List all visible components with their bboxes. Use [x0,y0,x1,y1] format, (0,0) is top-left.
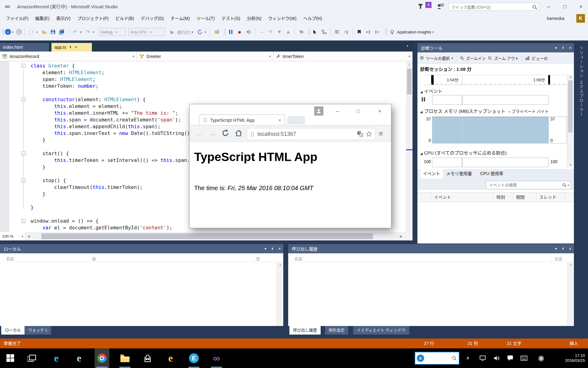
signed-in-user[interactable]: kameoka [547,13,564,23]
select-tools-button[interactable]: ツールの選択 [426,55,450,61]
volume-icon[interactable] [494,355,500,361]
close-tab-icon[interactable]: × [278,117,281,123]
window-position-dropdown[interactable]: ▾ [555,247,557,251]
user-avatar[interactable]: K [576,14,585,23]
tab-locals[interactable]: ローカル [1,326,24,335]
new-tab-button[interactable] [288,116,305,124]
cpu-section-header[interactable]: ◢CPU (すべてのプロセッサに占める割合) [420,149,507,156]
menu-item[interactable]: 編集(E) [32,13,53,23]
quick-launch-box[interactable] [449,3,539,11]
expander-icon[interactable]: ◢ [420,152,423,155]
menu-item[interactable]: チーム(M) [167,13,193,23]
events-track-segment[interactable] [432,95,462,105]
window-position-dropdown[interactable]: ▾ [555,46,557,50]
stop-debugging-button[interactable]: ■ [236,28,243,36]
scroll-down-icon[interactable]: ▼ [567,163,574,167]
visual-studio-taskbar-icon[interactable]: ∞ [209,348,224,368]
redo-dropdown[interactable]: ▾ [93,30,96,34]
navigate-forward-button[interactable]: → [16,29,22,35]
browser-minimize-button[interactable]: – [333,107,342,115]
diagnostic-tools-title-bar[interactable]: 診断ツール ▾ × [417,43,574,52]
toolbar-grip[interactable] [308,29,310,35]
show-next-statement-button[interactable]: → [258,28,266,36]
taskbar-clock[interactable]: 17:10 2016/03/25 [554,351,585,363]
step-into-button[interactable]: ▼ [275,28,283,36]
task-view-button[interactable] [24,348,39,368]
open-file-button[interactable] [40,28,48,36]
ime-keyboard-icon[interactable] [521,355,527,361]
menu-item[interactable]: ウィンドウ(W) [265,13,300,23]
editor-horizontal-scrollbar-thumb[interactable] [41,233,373,239]
call-stack-title-bar[interactable]: 呼び出し履歴 ▾ × [288,244,574,253]
comment-lines-icon[interactable] [333,28,341,36]
undo-dropdown[interactable]: ▾ [80,30,83,34]
events-track-segment[interactable] [462,95,548,105]
tab-immediate-window[interactable]: イミディエイト ウィンドウ [353,326,409,335]
pin-icon[interactable] [561,46,565,50]
previous-bookmark-icon[interactable] [364,28,372,36]
navigate-back-dropdown[interactable]: ▾ [12,30,15,34]
scroll-right-button[interactable]: ▶ [400,232,402,240]
column-header-language[interactable]: 言語 [554,256,562,262]
column-separator[interactable] [254,254,254,261]
editor-zoom-dropdown[interactable]: 100 % ▾ [0,232,26,240]
browser-home-button[interactable] [235,129,242,137]
tab-exception-settings[interactable]: 例外設定 [325,326,348,335]
tab-app-ts[interactable]: app.ts × [51,43,92,52]
zoom-out-icon[interactable] [488,56,492,60]
notification-chat-icon[interactable] [507,355,513,361]
table-header-blank[interactable] [417,192,431,202]
window-minimize-button[interactable]: – [541,0,556,13]
fold-toggle-icon[interactable]: − [21,64,25,68]
new-file-button[interactable] [27,28,35,36]
scroll-left-button[interactable]: ◀ [28,232,30,240]
search-icon[interactable] [532,4,537,10]
zoom-out-button[interactable]: ズーム アウト [494,55,519,61]
page-icon[interactable] [250,132,255,137]
windows-store-icon[interactable] [140,348,155,368]
break-all-button[interactable] [227,28,235,36]
solution-explorer-collapsed-tab[interactable]: ソリューション エクスプローラー [578,46,584,117]
pin-icon[interactable] [69,45,72,49]
debug-toolbar-grip[interactable] [224,29,226,35]
fold-toggle-icon[interactable]: − [21,151,25,155]
scroll-up-icon[interactable]: ▲ [567,75,574,79]
edge-browser-icon[interactable]: e [49,348,64,368]
chrome-browser-window[interactable]: TypeScript HTML App × – □ × ← → localhos… [189,104,391,228]
solution-configuration-dropdown[interactable]: Debug▾ [99,28,126,36]
restart-button[interactable]: ⟲ [244,28,252,36]
browser-close-button[interactable]: × [375,107,384,115]
table-header-event[interactable]: イベント [431,192,494,202]
type-dropdown[interactable]: Greeter ▾ [137,52,273,61]
browser-menu-icon[interactable]: ≡ [379,130,383,138]
close-tab-icon[interactable]: × [75,43,77,52]
browse-with-button[interactable] [213,28,221,36]
diagnostics-scrollbar[interactable]: ▲ ▼ [567,75,573,167]
call-stack-scrollbar[interactable]: ▲ [567,262,574,326]
document-outline-icon[interactable] [320,28,328,36]
quick-launch-input[interactable] [451,3,532,11]
next-bookmark-icon[interactable] [373,28,381,36]
bookmark-star-icon[interactable] [366,131,372,137]
zoom-in-button[interactable]: ズームイン [466,55,486,61]
memory-graph[interactable] [432,117,567,144]
application-insights-icon[interactable] [388,28,396,36]
tab-memory-usage[interactable]: メモリ使用量 [443,169,475,178]
view-button[interactable]: ビューの [532,55,548,61]
column-separator[interactable] [552,254,552,261]
scroll-up-icon[interactable]: ▲ [567,263,574,266]
table-header-blank-end[interactable] [565,192,574,202]
fold-toggle-icon[interactable]: − [21,178,25,182]
column-header-value[interactable]: 値 [92,256,96,262]
redo-button[interactable]: ↷ [84,28,92,36]
tab-index-html[interactable]: index.html [0,43,49,52]
menu-item[interactable]: ファイル(F) [2,13,32,23]
timeline-ruler[interactable]: 1:04分 1:08分 [423,75,567,85]
tab-list-dropdown[interactable]: ▾ [407,44,408,48]
application-insights-dropdown[interactable]: ▾ [432,30,435,34]
application-insights-label[interactable]: Application Insights [397,30,431,34]
start-button[interactable] [3,348,18,368]
fold-toggle-icon[interactable]: − [21,98,25,102]
browser-maximize-button[interactable]: □ [354,107,363,115]
zoom-in-icon[interactable] [460,56,464,60]
